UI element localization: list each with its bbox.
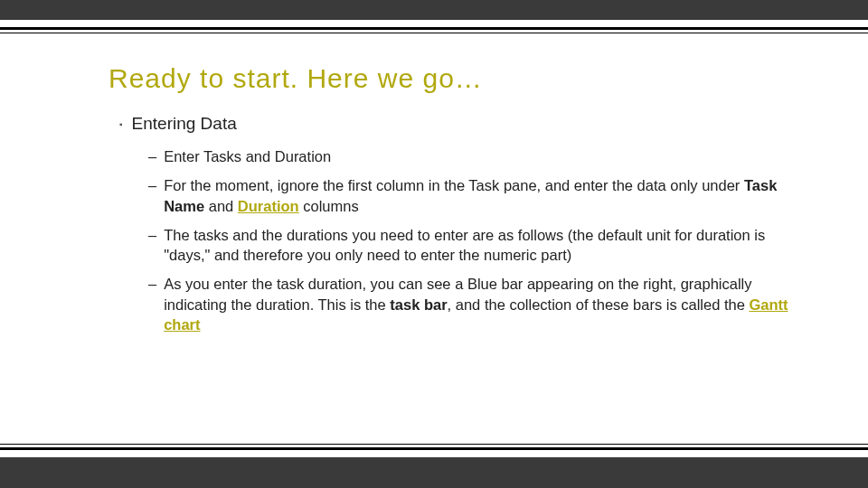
square-bullet-icon: ▪ <box>119 119 123 129</box>
bold-text: task bar <box>390 296 447 313</box>
bottom-rule-thin <box>0 444 868 445</box>
slide-content: Ready to start. Here we go… ▪ Entering D… <box>108 63 796 343</box>
bottom-band <box>0 457 868 488</box>
level1-item: ▪ Entering Data <box>119 114 796 134</box>
list-item: – As you enter the task duration, you ca… <box>148 274 796 334</box>
list-item-text: Enter Tasks and Duration <box>164 146 796 166</box>
text-run: , and the collection of these bars is ca… <box>448 296 750 313</box>
list-item: – For the moment, ignore the first colum… <box>148 175 796 216</box>
top-band <box>0 0 868 20</box>
highlight-link: Duration <box>238 198 299 214</box>
level1-heading: Entering Data <box>132 114 237 134</box>
list-item-text: As you enter the task duration, you can … <box>164 274 796 334</box>
dash-bullet-icon: – <box>148 146 156 166</box>
level2-list: – Enter Tasks and Duration – For the mom… <box>148 146 796 334</box>
list-item: – Enter Tasks and Duration <box>148 146 796 166</box>
text-run: and <box>204 198 238 214</box>
top-rule-thick <box>0 27 868 30</box>
top-rule-thin <box>0 33 868 33</box>
bottom-rule-thick <box>0 447 868 450</box>
dash-bullet-icon: – <box>148 175 156 216</box>
list-item-text: The tasks and the durations you need to … <box>164 225 796 266</box>
text-run: For the moment, ignore the first column … <box>164 177 744 193</box>
text-run: columns <box>299 198 359 214</box>
list-item: – The tasks and the durations you need t… <box>148 225 796 266</box>
list-item-text: For the moment, ignore the first column … <box>164 175 796 216</box>
slide-title: Ready to start. Here we go… <box>108 63 796 94</box>
dash-bullet-icon: – <box>148 225 156 266</box>
dash-bullet-icon: – <box>148 274 156 334</box>
